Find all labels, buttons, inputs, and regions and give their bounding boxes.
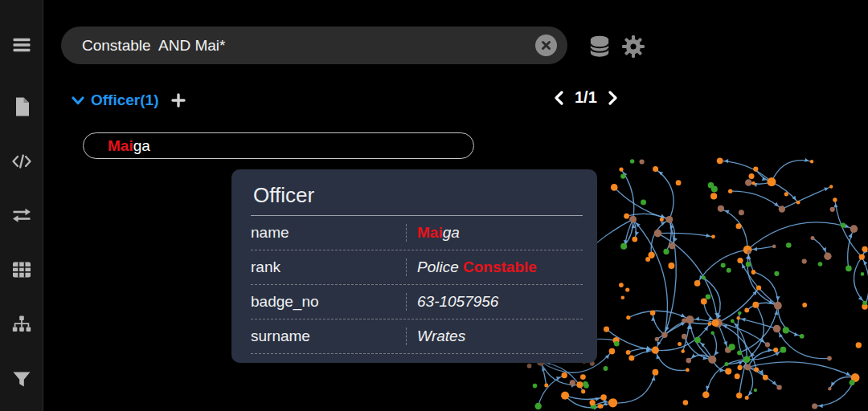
relations-button[interactable] [10, 204, 33, 226]
graph-node[interactable] [710, 193, 717, 199]
graph-node[interactable] [746, 262, 751, 267]
graph-node[interactable] [751, 270, 755, 274]
result-item-maiga[interactable]: Maiga [83, 132, 474, 159]
filter-button[interactable] [10, 368, 33, 390]
graph-node[interactable] [745, 396, 749, 400]
graph-node[interactable] [533, 384, 538, 389]
graph-node[interactable] [694, 337, 701, 344]
graph-node[interactable] [725, 368, 731, 375]
graph-node[interactable] [828, 387, 831, 390]
graph-node[interactable] [721, 262, 726, 267]
graph-node[interactable] [850, 225, 858, 233]
graph-node[interactable] [708, 322, 712, 326]
graph-node[interactable] [751, 181, 755, 185]
graph-node[interactable] [590, 400, 596, 405]
query-editor-button[interactable] [10, 150, 33, 173]
graph-node[interactable] [736, 223, 742, 229]
graph-node[interactable] [544, 383, 548, 387]
graph-node[interactable] [754, 368, 759, 372]
next-page-button[interactable] [607, 89, 619, 107]
graph-node[interactable] [738, 311, 742, 315]
settings-button[interactable] [620, 34, 646, 63]
graph-node[interactable] [717, 157, 723, 164]
graph-node[interactable] [668, 262, 674, 269]
graph-node[interactable] [624, 214, 629, 219]
graph-node[interactable] [686, 368, 690, 372]
graph-node[interactable] [830, 207, 835, 212]
graph-node[interactable] [645, 257, 650, 262]
graph-node[interactable] [694, 280, 701, 287]
graph-node[interactable] [773, 325, 781, 333]
graph-node[interactable] [743, 356, 751, 363]
graph-node[interactable] [776, 385, 781, 389]
graph-node[interactable] [711, 186, 718, 193]
graph-node[interactable] [829, 185, 833, 188]
graph-node[interactable] [570, 380, 575, 385]
graph-node[interactable] [811, 236, 815, 240]
graph-node[interactable] [780, 347, 787, 353]
graph-node[interactable] [611, 184, 618, 191]
document-panel-button[interactable] [10, 96, 33, 118]
graph-node[interactable] [576, 381, 583, 388]
graph-node[interactable] [818, 262, 823, 267]
graph-node[interactable] [718, 206, 724, 212]
graph-node[interactable] [711, 234, 715, 238]
graph-node[interactable] [630, 159, 634, 163]
graph-node[interactable] [765, 342, 770, 347]
data-table-button[interactable] [10, 258, 33, 281]
graph-node[interactable] [641, 199, 646, 205]
graph-node[interactable] [774, 302, 782, 310]
graph-node[interactable] [654, 230, 662, 238]
graph-node[interactable] [686, 358, 692, 364]
graph-node[interactable] [620, 174, 625, 179]
graph-node[interactable] [745, 179, 752, 186]
graph-node[interactable] [628, 356, 634, 361]
graph-node[interactable] [614, 341, 620, 347]
graph-node[interactable] [653, 166, 658, 172]
graph-node[interactable] [861, 272, 865, 276]
graph-node[interactable] [774, 271, 779, 276]
graph-node[interactable] [604, 327, 609, 332]
graph-node[interactable] [796, 201, 800, 205]
graph-node[interactable] [802, 258, 807, 263]
graph-node[interactable] [859, 254, 865, 259]
graph-node[interactable] [702, 391, 710, 398]
graph-node[interactable] [738, 365, 743, 370]
graph-node[interactable] [609, 348, 616, 355]
graph-node[interactable] [661, 332, 667, 338]
graph-node[interactable] [754, 389, 757, 392]
graph-node[interactable] [619, 168, 623, 172]
graph-node[interactable] [678, 342, 682, 346]
graph-node[interactable] [737, 316, 740, 319]
graph-node[interactable] [812, 404, 817, 409]
graph-node[interactable] [783, 327, 789, 333]
search-bar[interactable]: Constable AND Mai* [61, 26, 567, 64]
graph-node[interactable] [706, 294, 711, 299]
graph-node[interactable] [737, 258, 743, 263]
graph-node[interactable] [561, 392, 569, 400]
graph-node[interactable] [728, 189, 732, 193]
graph-node[interactable] [747, 250, 751, 254]
graph-node[interactable] [786, 242, 792, 248]
graph-node[interactable] [686, 316, 693, 323]
graph-node[interactable] [583, 383, 589, 389]
graph-node[interactable] [850, 380, 855, 385]
graph-node[interactable] [701, 299, 707, 305]
graph-node[interactable] [621, 296, 625, 300]
graph-node[interactable] [845, 266, 852, 272]
clear-search-button[interactable] [535, 35, 557, 56]
chevron-down-icon[interactable] [71, 93, 85, 108]
search-input[interactable]: Constable AND Mai* [82, 37, 535, 55]
graph-node[interactable] [581, 389, 585, 393]
graph-node[interactable] [632, 237, 637, 242]
graph-node[interactable] [802, 303, 807, 307]
graph-node[interactable] [768, 177, 776, 186]
graph-node[interactable] [683, 400, 689, 405]
graph-node[interactable] [527, 364, 532, 368]
graph-node[interactable] [599, 404, 603, 408]
graph-node[interactable] [772, 245, 776, 249]
graph-node[interactable] [862, 246, 867, 252]
graph-node[interactable] [702, 276, 706, 280]
group-label-officer[interactable]: Officer(1) [91, 92, 158, 109]
graph-node[interactable] [725, 362, 729, 366]
